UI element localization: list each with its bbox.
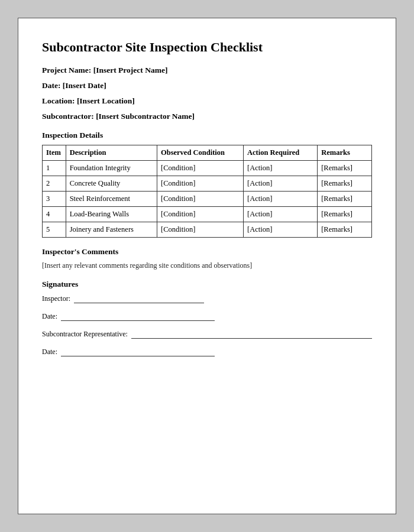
inspector-label: Inspector:	[42, 294, 70, 303]
cell-action: [Action]	[244, 192, 318, 207]
subcontractor-value: [Insert Subcontractor Name]	[96, 112, 195, 121]
page-title: Subcontractor Site Inspection Checklist	[42, 40, 372, 55]
date2-label: Date:	[42, 348, 57, 356]
col-header-item: Item	[43, 145, 66, 161]
date-value: [Insert Date]	[63, 81, 106, 90]
cell-condition: [Condition]	[157, 176, 243, 192]
col-header-condition: Observed Condition	[157, 145, 243, 161]
col-header-description: Description	[66, 145, 157, 161]
page: Subcontractor Site Inspection Checklist …	[18, 18, 396, 514]
cell-action: [Action]	[244, 161, 318, 176]
cell-action: [Action]	[244, 207, 318, 222]
cell-action: [Action]	[244, 222, 318, 238]
cell-item: 3	[43, 192, 66, 207]
table-row: 1 Foundation Integrity [Condition] [Acti…	[43, 161, 372, 176]
cell-description: Concrete Quality	[66, 176, 157, 192]
signatures-block: Inspector: Date: Subcontractor Represent…	[42, 294, 372, 356]
cell-remarks: [Remarks]	[318, 192, 372, 207]
table-row: 4 Load-Bearing Walls [Condition] [Action…	[43, 207, 372, 222]
date1-sig-line: Date:	[42, 312, 372, 321]
date-field: Date: [Insert Date]	[42, 81, 372, 90]
project-name-field: Project Name: [Insert Project Name]	[42, 66, 372, 75]
location-value: [Insert Location]	[77, 96, 135, 105]
subcontractor-field: Subcontractor: [Insert Subcontractor Nam…	[42, 112, 372, 121]
subcontractor-rep-label: Subcontractor Representative:	[42, 330, 128, 339]
inspection-table: Item Description Observed Condition Acti…	[42, 145, 372, 238]
col-header-remarks: Remarks	[318, 145, 372, 161]
comments-placeholder: [Insert any relevant comments regarding …	[42, 261, 372, 270]
signatures-section-label: Signatures	[42, 280, 372, 289]
date-label: Date:	[42, 81, 60, 90]
project-name-value: [Insert Project Name]	[93, 66, 168, 74]
location-label: Location:	[42, 96, 75, 105]
cell-item: 1	[43, 161, 66, 176]
subcontractor-rep-sig-line: Subcontractor Representative:	[42, 329, 372, 339]
cell-remarks: [Remarks]	[318, 176, 372, 192]
cell-action: [Action]	[244, 176, 318, 192]
table-row: 5 Joinery and Fasteners [Condition] [Act…	[43, 222, 372, 238]
subcontractor-label: Subcontractor:	[42, 112, 94, 121]
cell-condition: [Condition]	[157, 192, 243, 207]
inspector-signature-line	[74, 294, 204, 303]
subcontractor-rep-signature-line	[131, 329, 372, 339]
date2-sig-line: Date:	[42, 347, 372, 356]
cell-item: 5	[43, 222, 66, 238]
date2-signature-line	[61, 347, 215, 356]
cell-description: Foundation Integrity	[66, 161, 157, 176]
cell-description: Joinery and Fasteners	[66, 222, 157, 238]
location-field: Location: [Insert Location]	[42, 96, 372, 106]
cell-description: Load-Bearing Walls	[66, 207, 157, 222]
cell-condition: [Condition]	[157, 222, 243, 238]
inspection-section-label: Inspection Details	[42, 131, 372, 140]
inspector-sig-line: Inspector:	[42, 294, 372, 303]
cell-item: 2	[43, 176, 66, 192]
col-header-action: Action Required	[244, 145, 318, 161]
cell-remarks: [Remarks]	[318, 207, 372, 222]
cell-condition: [Condition]	[157, 207, 243, 222]
comments-section-label: Inspector's Comments	[42, 247, 372, 257]
cell-remarks: [Remarks]	[318, 161, 372, 176]
cell-condition: [Condition]	[157, 161, 243, 176]
table-row: 2 Concrete Quality [Condition] [Action] …	[43, 176, 372, 192]
date1-signature-line	[61, 312, 215, 321]
cell-description: Steel Reinforcement	[66, 192, 157, 207]
cell-item: 4	[43, 207, 66, 222]
date1-label: Date:	[42, 312, 57, 321]
table-row: 3 Steel Reinforcement [Condition] [Actio…	[43, 192, 372, 207]
cell-remarks: [Remarks]	[318, 222, 372, 238]
project-name-label: Project Name:	[42, 66, 91, 74]
